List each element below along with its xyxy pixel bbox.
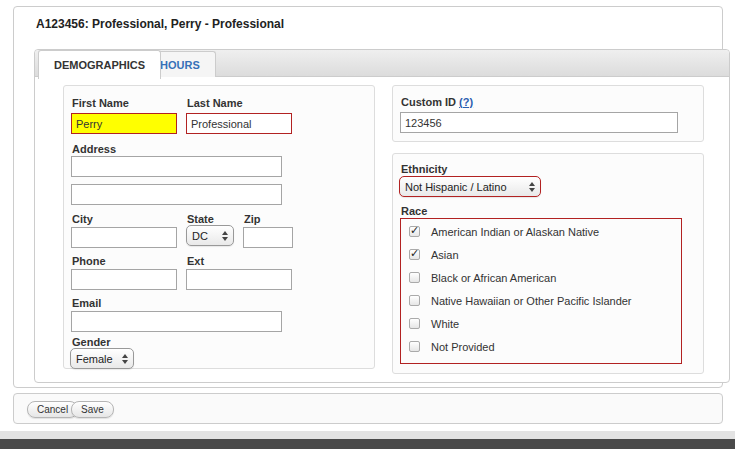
custom-id-label: Custom ID (?) (401, 96, 473, 108)
ext-input[interactable] (186, 269, 292, 290)
race-option-label: Native Hawaiian or Other Pacific Islande… (431, 294, 632, 310)
address-label: Address (72, 143, 116, 155)
custom-id-input[interactable] (400, 112, 678, 133)
action-bar: Cancel Save (13, 393, 723, 424)
tab-panel: DEMOGRAPHICS HOURS First Name Last Name … (34, 49, 730, 383)
page: A123456: Professional, Perry - Professio… (0, 0, 735, 449)
select-arrows-icon (529, 182, 535, 192)
ethnicity-select-value: Not Hispanic / Latino (405, 181, 507, 193)
gender-select[interactable]: Female (70, 348, 134, 369)
state-select[interactable]: DC (186, 225, 234, 246)
last-name-label: Last Name (187, 97, 243, 109)
state-label: State (187, 213, 214, 225)
record-panel: A123456: Professional, Perry - Professio… (13, 6, 723, 388)
footer-bar (0, 439, 735, 449)
race-checkbox-white[interactable] (409, 318, 420, 329)
tab-demographics-label: DEMOGRAPHICS (54, 59, 145, 71)
race-option-row: Not Provided (409, 340, 673, 356)
custom-id-help-link[interactable]: (?) (459, 96, 473, 108)
ext-label: Ext (187, 255, 204, 267)
page-title: A123456: Professional, Perry - Professio… (36, 17, 284, 31)
save-button[interactable]: Save (71, 401, 114, 418)
tab-demographics[interactable]: DEMOGRAPHICS (38, 50, 161, 79)
zip-label: Zip (244, 213, 261, 225)
race-option-row: Native Hawaiian or Other Pacific Islande… (409, 294, 673, 310)
gender-label: Gender (72, 336, 111, 348)
select-arrows-icon (122, 354, 128, 364)
race-checkbox-not-provided[interactable] (409, 341, 420, 352)
first-name-label: First Name (72, 97, 129, 109)
contact-info-section: First Name Last Name Address City State … (63, 85, 375, 369)
race-checkbox-native-hawaiian[interactable] (409, 295, 420, 306)
custom-id-label-text: Custom ID (401, 96, 456, 108)
email-input[interactable] (71, 311, 282, 332)
email-label: Email (72, 297, 101, 309)
phone-label: Phone (72, 255, 106, 267)
ethnicity-label: Ethnicity (401, 163, 447, 175)
race-option-label: White (431, 317, 459, 333)
state-select-value: DC (192, 230, 208, 242)
address-line2-input[interactable] (71, 184, 282, 205)
race-checkbox-group: American Indian or Alaskan Native Asian … (400, 218, 682, 364)
address-line1-input[interactable] (71, 156, 282, 177)
last-name-input[interactable] (186, 113, 292, 134)
phone-input[interactable] (71, 269, 177, 290)
race-checkbox-american-indian[interactable] (409, 226, 420, 237)
zip-input[interactable] (243, 227, 293, 248)
select-arrows-icon (222, 231, 228, 241)
race-option-row: Black or African American (409, 271, 673, 287)
race-checkbox-black[interactable] (409, 272, 420, 283)
ethnicity-race-section: Ethnicity Not Hispanic / Latino Race Ame… (392, 153, 704, 374)
race-checkbox-asian[interactable] (409, 249, 420, 260)
city-input[interactable] (71, 227, 177, 248)
footer-divider (0, 431, 735, 439)
race-option-label: American Indian or Alaskan Native (431, 225, 599, 241)
race-option-row: American Indian or Alaskan Native (409, 225, 673, 241)
custom-id-section: Custom ID (?) (392, 85, 704, 142)
race-option-label: Asian (431, 248, 459, 264)
race-option-row: Asian (409, 248, 673, 264)
race-option-row: White (409, 317, 673, 333)
ethnicity-select[interactable]: Not Hispanic / Latino (399, 176, 541, 197)
tab-hours-label: HOURS (160, 59, 200, 71)
race-option-label: Black or African American (431, 271, 556, 287)
city-label: City (72, 213, 93, 225)
gender-select-value: Female (76, 353, 113, 365)
race-label: Race (401, 205, 427, 217)
first-name-input[interactable] (71, 113, 177, 134)
race-option-label: Not Provided (431, 340, 495, 356)
